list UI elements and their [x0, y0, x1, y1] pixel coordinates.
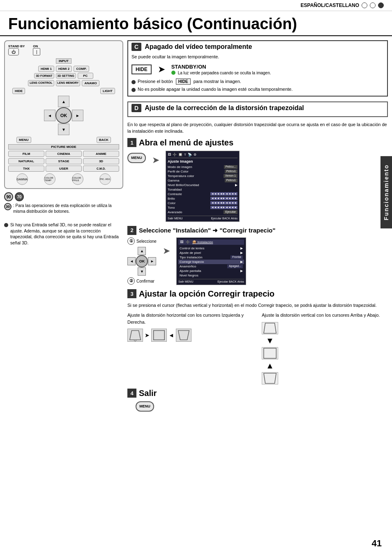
menu-row-7: Contraste◄◄◄◄►◄◄◄◄ [168, 192, 238, 196]
film-button[interactable]: FILM [8, 151, 44, 157]
step1-header: 1 Abra el menú de ajustes [127, 138, 388, 147]
comp-button[interactable]: COMP. [74, 66, 89, 72]
ok-button[interactable]: OK [55, 107, 72, 124]
standby-on-group: STANDBY/ON La luz verde parpadea cuando … [171, 64, 271, 75]
standby-label: STAND BY [8, 44, 25, 48]
step2-select-label: ①Seleccione [127, 237, 157, 245]
menu-row-3: Temperatura colorXenon 1 [168, 174, 238, 178]
step1-num: 1 [127, 138, 136, 147]
bullet-1-dot [131, 80, 136, 84]
mini-dpad-lr-row: ◄ OK ► [127, 255, 156, 267]
step4-label: Salir [139, 389, 157, 398]
dpad-up-row: ▲ [58, 96, 69, 107]
pic-adj-button[interactable]: PIC. ADJ. [99, 173, 111, 185]
hide-standby-row: HIDE ➤ STANDBY/ON La luz verde parpadea … [131, 64, 384, 75]
mini-dpad-down[interactable]: ▼ [138, 267, 146, 276]
section-d: D Ajuste de la corrección de la distorsi… [127, 101, 388, 412]
standby-button[interactable]: ⏻ [8, 48, 19, 55]
step1-menu-btn-group: MENU [127, 151, 146, 163]
svg-marker-5 [264, 323, 276, 333]
dpad-left-button[interactable]: ◄ [44, 110, 55, 121]
menu-row-4: GammaPelícu1 [168, 178, 238, 183]
dpad-middle-row: ◄ OK ► [44, 107, 83, 124]
step3-label: Ajustar la opción Corregir trapecio [139, 289, 274, 299]
step1-area: MENU ➤ 🖼➕🔲T📡⚙ Ajuste Imagen Modo de imag… [127, 151, 388, 222]
cinema-button[interactable]: CINEMA [46, 151, 82, 157]
step2-arrow: ➤ [163, 246, 170, 256]
hdmi1-button[interactable]: HDMI 1 [38, 66, 54, 72]
power-row: STAND BY ⏻ ON | [8, 44, 119, 55]
menu-row-9: Color◄◄◄◄►◄◄◄◄ [168, 201, 238, 205]
hdmi2-button[interactable]: HDMI 2 [56, 66, 72, 72]
hide-button[interactable]: HIDE [12, 88, 25, 94]
circle-2 [370, 2, 376, 8]
horiz-figure-group: ➤ ◄ [127, 329, 254, 342]
step3-row: Ajuste la distorsión horizontal con los … [127, 312, 388, 384]
page-title: Funcionamiento básico (Continuación) [0, 11, 392, 36]
sidebar-tab: Funcionamiento [380, 156, 392, 228]
lens-memory-button[interactable]: LENS MEMORY [56, 80, 81, 86]
badge-70: 70 [15, 192, 24, 201]
step3-area: 3 Ajustar la opción Corregir trapecio Si… [127, 289, 388, 384]
mini-dpad-up[interactable]: ▲ [138, 247, 146, 255]
step1-arrow: ➤ [152, 155, 159, 166]
pc-button[interactable]: PC [78, 73, 93, 79]
horiz-arrow-2: ◄ [168, 332, 174, 338]
hide-inline-btn: HIDE [176, 78, 191, 85]
anime-button[interactable]: ANIME [83, 151, 119, 157]
menu-btn-step1[interactable]: MENU [127, 153, 146, 163]
bullet-2-dot [131, 88, 136, 92]
language-text: ESPAÑOL/CASTELLANO [301, 2, 359, 8]
bottom-bullet-note: Si hay una Entrada señal 3D, no se puede… [4, 222, 123, 246]
3d-button[interactable]: 3D [83, 158, 119, 164]
menu-btn-step4[interactable]: MENU [136, 401, 154, 412]
mini-dpad-left[interactable]: ◄ [127, 257, 136, 265]
figure-3 [176, 329, 191, 342]
dpad-right-button[interactable]: ► [72, 110, 83, 121]
on-button[interactable]: | [33, 48, 40, 55]
horiz-label: Ajuste la distorsión horizontal con los … [127, 312, 254, 325]
left-column: C D STAND BY ⏻ ON | INPUT [4, 40, 123, 412]
menu-row-2: Perfil de ColorPelícu1 [168, 169, 238, 174]
section-d-title: Ajuste de la corrección de la distorsión… [145, 104, 304, 112]
vert-figure-1 [262, 322, 278, 334]
badge-90: 90 [4, 192, 13, 201]
gamma-button[interactable]: GAMMA [16, 173, 28, 185]
cmd-button[interactable]: C.M.D. [83, 166, 119, 172]
step4-menu-btn: MENU [136, 401, 388, 412]
circle-1 [362, 2, 367, 8]
user-button[interactable]: USER [46, 166, 82, 172]
dpad-down-button[interactable]: ▼ [58, 124, 69, 135]
stage-button[interactable]: STAGE [46, 158, 82, 164]
natural-button[interactable]: NATURAL [8, 158, 44, 164]
circle-3 [378, 2, 384, 8]
dpad-up-button[interactable]: ▲ [58, 96, 69, 107]
svg-marker-4 [178, 331, 189, 340]
lens-row: LENS CONTROL LENS MEMORY ANAMO [8, 80, 119, 86]
page-number: 41 [372, 538, 382, 549]
device-note: : Para las operaciones de esta explicaci… [13, 203, 123, 214]
right-column: C Apagado del vídeo temporalmente Se pue… [127, 40, 388, 412]
thx-button[interactable]: THX [8, 166, 44, 172]
lens-control-button[interactable]: LENS CONTROL [28, 80, 54, 86]
mini-dpad-right[interactable]: ► [148, 257, 156, 265]
3d-format-button[interactable]: 3D FORMAT [34, 73, 54, 79]
menu-back-row: MENU BACK [16, 137, 111, 143]
menu-row-10: Tono◄◄◄◄►◄◄◄◄ [168, 205, 238, 210]
svg-marker-0 [130, 331, 141, 340]
back-button[interactable]: BACK [97, 137, 111, 143]
light-button[interactable]: LIGHT [100, 88, 115, 94]
menu-button[interactable]: MENU [16, 137, 31, 143]
mini-ok-btn[interactable]: OK [136, 255, 148, 267]
standby-group: STAND BY ⏻ [8, 44, 25, 55]
step4-num: 4 [127, 389, 136, 398]
picture-grid: FILM CINEMA ANIME NATURAL STAGE 3D THX U… [8, 151, 119, 172]
vert-figures: ▼ ▲ [262, 322, 278, 384]
step1-label: Abra el menú de ajustes [139, 138, 233, 147]
color-temp-button[interactable]: COLOR TEMP [44, 173, 55, 185]
language-label: ESPAÑOL/CASTELLANO [301, 2, 384, 8]
step2-area: ①Seleccione ▲ ◄ OK ► ▼ ②Confirmar ➤ [127, 237, 388, 285]
anamo-button[interactable]: ANAMO [82, 80, 99, 86]
3d-setting-button[interactable]: 3D SETTING [56, 73, 76, 79]
color-pfile-button[interactable]: COLOR PFILE [72, 173, 83, 185]
